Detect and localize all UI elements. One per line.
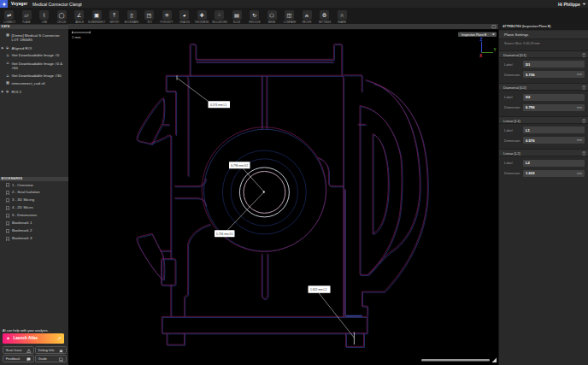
svg-text:Y: Y (494, 48, 497, 52)
svg-text:Z: Z (480, 37, 483, 42)
svg-text:0.576 mm L1: 0.576 mm L1 (210, 103, 226, 107)
svg-text:1.632 mm L2: 1.632 mm L2 (310, 288, 326, 291)
svg-text:Inspection Plane B: Inspection Plane B (462, 33, 487, 37)
svg-text:5.736 mm D1: 5.736 mm D1 (216, 233, 233, 236)
svg-text:1 mm: 1 mm (72, 35, 81, 39)
svg-text:X: X (479, 54, 483, 58)
svg-text:6.796 mm D2: 6.796 mm D2 (231, 164, 248, 168)
